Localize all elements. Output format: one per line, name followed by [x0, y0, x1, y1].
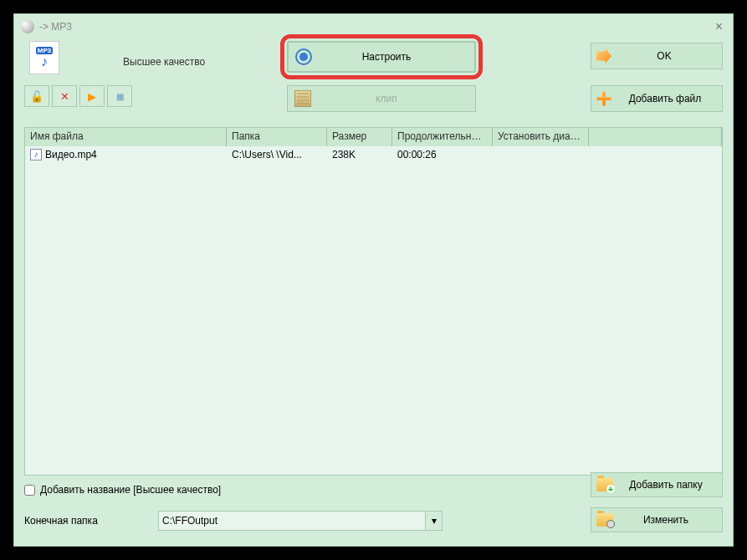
col-range[interactable]: Установить диапа... [493, 128, 589, 146]
tool-play-button[interactable]: ▶ [79, 85, 105, 107]
cell-duration: 00:00:26 [392, 147, 493, 162]
folder-gear-icon [596, 513, 613, 527]
tool-info-button[interactable]: ▦ [107, 85, 132, 107]
plus-icon [596, 91, 611, 106]
video-file-icon: ♪ [30, 149, 42, 160]
cell-folder: C:\Users\ \Vid... [227, 147, 327, 162]
app-icon [21, 20, 34, 33]
titlebar: -> MP3 × [14, 14, 733, 39]
footer-area: Добавить название [Высшее качество] Коне… [14, 476, 733, 546]
clip-button[interactable]: клип [287, 85, 476, 112]
add-file-label: Добавить файл [623, 93, 722, 104]
cell-name: ♪Видео.mp4 [25, 147, 227, 163]
change-label: Изменить [625, 514, 722, 526]
close-icon[interactable]: × [712, 19, 726, 34]
ok-button[interactable]: OK [591, 43, 723, 69]
tool-delete-button[interactable]: ✕ [52, 85, 77, 107]
table-row[interactable]: ♪Видео.mp4 C:\Users\ \Vid... 238K 00:00:… [25, 146, 722, 163]
gear-icon [295, 48, 312, 65]
mini-toolbar: 🔓 ✕ ▶ ▦ [24, 85, 132, 107]
change-button[interactable]: Изменить [591, 507, 723, 532]
cell-range [493, 153, 589, 156]
format-badge-mp3[interactable]: MP3 ♪ [29, 41, 59, 74]
configure-label: Настроить [324, 51, 474, 63]
col-name[interactable]: Имя файла [25, 128, 227, 146]
window-title: -> MP3 [39, 21, 72, 33]
tool-remove-button[interactable]: 🔓 [24, 85, 49, 107]
file-table: Имя файла Папка Размер Продолжительность… [24, 127, 723, 476]
add-folder-button[interactable]: Добавить папку [591, 472, 723, 497]
add-file-button[interactable]: Добавить файл [591, 85, 723, 112]
app-window: -> MP3 × MP3 ♪ Высшее качество Настроить… [13, 13, 734, 547]
quality-label: Высшее качество [123, 56, 205, 68]
footer-buttons: Добавить папку Изменить [591, 472, 723, 532]
chevron-down-icon[interactable]: ▾ [425, 512, 442, 530]
folder-plus-icon [596, 478, 613, 491]
clip-label: клип [323, 93, 475, 104]
output-label: Конечная папка [24, 515, 150, 527]
add-name-label: Добавить название [Высшее качество] [40, 484, 221, 496]
cell-size: 238K [327, 147, 392, 162]
arrow-right-icon [596, 48, 611, 64]
col-empty [589, 128, 722, 146]
output-path-value: C:\FFOutput [162, 515, 217, 527]
table-body: ♪Видео.mp4 C:\Users\ \Vid... 238K 00:00:… [25, 146, 722, 475]
add-folder-label: Добавить папку [625, 479, 722, 491]
toolbar-area: MP3 ♪ Высшее качество Настроить OK 🔓 ✕ ▶… [14, 39, 733, 127]
configure-button[interactable]: Настроить [287, 41, 476, 73]
col-size[interactable]: Размер [327, 128, 392, 146]
output-path-combo[interactable]: C:\FFOutput ▾ [158, 511, 443, 531]
film-icon [294, 90, 311, 107]
col-duration[interactable]: Продолжительность [392, 128, 493, 146]
ok-label: OK [627, 50, 722, 62]
col-folder[interactable]: Папка [227, 128, 327, 146]
add-name-checkbox[interactable] [24, 485, 35, 496]
table-header: Имя файла Папка Размер Продолжительность… [25, 128, 722, 146]
